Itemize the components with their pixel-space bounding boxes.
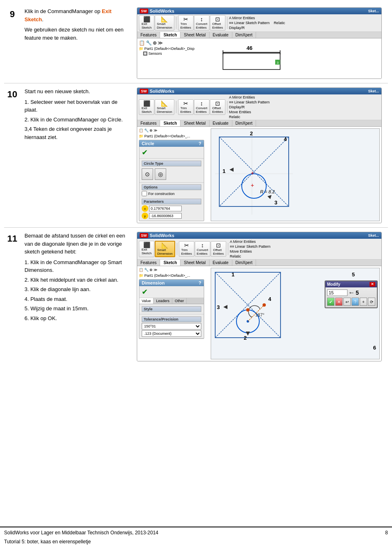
offset-button-9[interactable]: ⊡ OffsetEntities — [210, 15, 225, 31]
modify-buttons-row: ✔ ✕ ↩ ? + ⟳ — [327, 298, 375, 306]
modify-extra-button[interactable]: ⟳ — [368, 298, 375, 306]
dim-tolerance-select[interactable]: 150°01 None — [142, 323, 201, 330]
convert-button-11[interactable]: ↕ ConvertEntities — [195, 241, 210, 257]
step-9-image: SW SolidWorks Sket... ⬛ ExitSketch — [131, 7, 388, 79]
circle-panel-close[interactable]: ? — [198, 141, 201, 146]
dim-panel-close[interactable]: ? — [198, 280, 201, 285]
circle-for-construction-checkbox[interactable] — [142, 191, 147, 196]
exit-sketch-icon-9: ⬛ — [143, 16, 150, 22]
circle-for-construction-row: For construction — [142, 191, 201, 196]
svg-text:4: 4 — [284, 136, 287, 142]
step-9-buttons-row: ⬛ ExitSketch 📐 SmartDimension — [137, 14, 381, 32]
smart-dim-button-11-active[interactable]: 📐 SmartDimension — [155, 241, 175, 257]
step-10-image: SW SolidWorks Sket... ⬛ ExitSketch — [131, 87, 388, 223]
convert-button-9[interactable]: ↕ ConvertEntities — [194, 15, 209, 31]
tab-sketch-11[interactable]: Sketch — [160, 260, 180, 266]
tab-features-9[interactable]: Features — [137, 32, 160, 38]
step-11-sub5: 5. Wijzig de maat in 15mm. — [24, 305, 127, 313]
offset-button-10[interactable]: ⊡ OffsetEntities — [210, 99, 225, 115]
tab-sheetmetal-10[interactable]: Sheet Metal — [180, 120, 209, 126]
svg-text:4: 4 — [268, 296, 272, 302]
dim-tolerance-label: Tolerance/Precision — [142, 316, 201, 322]
sep-10-2 — [227, 101, 227, 113]
modify-help-button[interactable]: ? — [352, 298, 359, 306]
trim-button-10[interactable]: ✂ TrimEntities — [178, 99, 194, 115]
offset-icon-10: ⊡ — [215, 101, 220, 106]
dimension-panel: Dimension ? ✔ Value Leaders — [139, 279, 204, 339]
step-11-icon1: 📋 — [139, 268, 143, 272]
modify-cancel-button[interactable]: ✕ — [335, 298, 343, 306]
step-9-row: 9 Klik in de CommandManager op Exit Sket… — [4, 3, 388, 83]
mirror-label-9: A Mirror Entities — [229, 16, 270, 20]
tab-evaluate-9[interactable]: Evaluate — [209, 32, 232, 38]
modify-expand-button[interactable]: + — [360, 298, 367, 306]
step-10-btn-group-left: ⬛ ExitSketch 📐 SmartDimension — [139, 99, 174, 115]
diag-label-5: 5 — [352, 271, 355, 278]
dim-tolerance-section: Tolerance/Precision 150°01 None .123 (Do… — [139, 314, 204, 339]
dim-precision-select[interactable]: .123 (Document) — [142, 330, 201, 337]
tab-dimxpert-11[interactable]: DimXpert — [232, 260, 256, 266]
dim-tab-value[interactable]: Value — [139, 298, 154, 304]
step-9-number: 9 — [4, 7, 20, 20]
exit-sketch-button-11[interactable]: ⬛ ExitSketch — [139, 241, 154, 257]
smart-dim-icon-9: 📐 — [161, 16, 168, 22]
svg-point-35 — [263, 303, 266, 307]
tab-sketch-10[interactable]: Sketch — [160, 120, 180, 126]
smart-dim-button-9[interactable]: 📐 SmartDimension — [155, 15, 174, 31]
circle-param1-value[interactable]: 0.17976764 — [149, 206, 182, 211]
step-11-sub1: 1. Klik in de Command­Manager op Smart D… — [24, 258, 127, 274]
trim-button-9[interactable]: ✂ TrimEntities — [178, 15, 194, 31]
step-11-icon2: 🔧 — [144, 268, 149, 272]
modify-undo-button[interactable]: ↩ — [343, 298, 351, 306]
circle-param2-value[interactable]: -16.86000863 — [149, 213, 182, 219]
circle-options-label: Options — [142, 184, 201, 190]
exit-sketch-button-9[interactable]: ⬛ ExitSketch — [139, 15, 154, 31]
trim-icon-9: ✂ — [183, 16, 188, 22]
step-9-icon4: ≫ — [158, 40, 163, 46]
tab-features-10[interactable]: Features — [137, 120, 160, 126]
step-11-btn-group-mid: ✂ TrimEntities ↕ ConvertEntities ⊡ Offse… — [179, 241, 226, 257]
dim-style-section: Style — [139, 304, 204, 314]
tab-dimxpert-10[interactable]: DimXpert — [232, 120, 256, 126]
circle-ok-icon[interactable]: ✔ — [142, 148, 148, 157]
trim-button-11[interactable]: ✂ TrimEntities — [179, 241, 194, 257]
tab-dimxpert-9[interactable]: DimXpert — [232, 32, 256, 38]
sw-title-right-9: Sket... — [368, 9, 379, 13]
tab-sketch-9[interactable]: Sketch — [160, 32, 180, 38]
step-9-tree: 📋 🔧 ⊕ ≫ 📁 Part1 (Default<<Default>_Disp … — [139, 40, 212, 77]
exit-sketch-button-10[interactable]: ⬛ ExitSketch — [139, 99, 154, 115]
linear-label-10: ≡≡ Linear Sketch Pattern — [229, 100, 270, 104]
modify-ok-button[interactable]: ✔ — [327, 298, 334, 306]
modify-close-button[interactable]: ✕ — [370, 282, 375, 287]
step-9-icon1: 📋 — [139, 40, 145, 46]
step-10-sub2: 2. Klik in de Command­Manager op Circle. — [24, 116, 127, 124]
dim-tab-leaders[interactable]: Leaders — [154, 298, 172, 304]
trim-label-10: TrimEntities — [180, 106, 191, 114]
sw-title-11: SolidWorks — [150, 233, 174, 238]
tab-sheetmetal-9[interactable]: Sheet Metal — [180, 32, 209, 38]
smart-dim-button-10[interactable]: 📐 SmartDimension — [155, 99, 174, 115]
smart-dim-icon-11: 📐 — [161, 242, 168, 248]
offset-button-11[interactable]: ⊡ OffsetEntities — [211, 241, 226, 257]
dim-tab-other[interactable]: Other — [172, 298, 187, 304]
step-9-icons-row: 📋 🔧 ⊕ ≫ — [139, 40, 212, 46]
mirror-label-10: A Mirror Entities — [229, 95, 270, 99]
circle-type-3pt[interactable]: ◎ — [155, 168, 166, 180]
step-11-titlebar: SW SolidWorks Sket... — [137, 232, 381, 239]
step-10-content-area: 📋 🔧 ⊕ ≫ 📁 Part1 (Default<<Default>_... — [137, 127, 381, 223]
relatic-label-10: Relatic — [229, 115, 270, 119]
offset-label-10: OffsetEntities — [212, 106, 223, 114]
tab-evaluate-11[interactable]: Evaluate — [209, 260, 232, 266]
footer-page: 8 — [385, 530, 388, 536]
tab-evaluate-10[interactable]: Evaluate — [209, 120, 232, 126]
step-11-text: Bemaat de afstand tussen de cirkel en ee… — [20, 232, 131, 322]
dim-ok-icon[interactable]: ✔ — [142, 288, 148, 296]
step-9-right-buttons: A Mirror Entities ≡≡ Linear Sketch Patte… — [229, 16, 270, 30]
convert-button-10[interactable]: ↕ ConvertEntities — [194, 99, 209, 115]
tab-sheetmetal-11[interactable]: Sheet Metal — [180, 260, 209, 266]
step-11-toolbar-container: SW SolidWorks Sket... ⬛ ExitSketch — [137, 232, 382, 361]
tab-features-11[interactable]: Features — [137, 260, 160, 266]
step-10-tree-row: 📋 🔧 ⊕ ≫ — [139, 128, 208, 132]
circle-type-center[interactable]: ⊙ — [142, 168, 153, 180]
modify-value-input[interactable] — [327, 289, 347, 296]
